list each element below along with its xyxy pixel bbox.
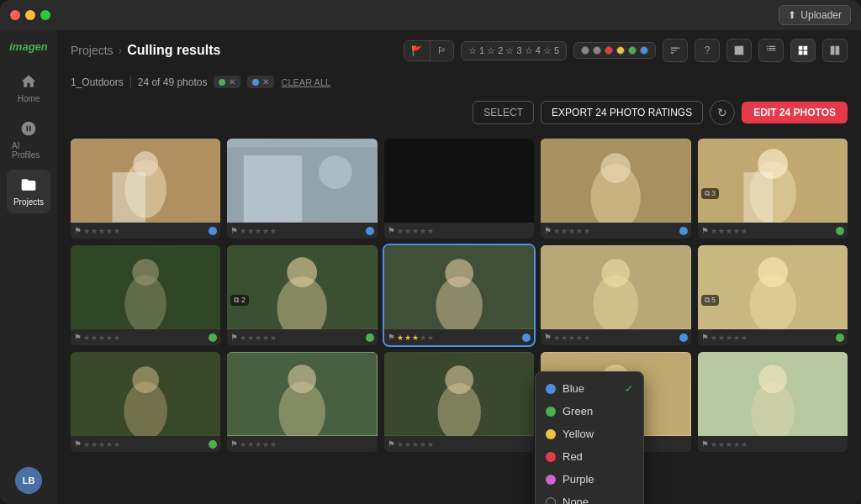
photo-thumbnail [384, 245, 534, 329]
svg-point-48 [758, 365, 787, 393]
photo-card-selected[interactable]: ⚑ ★★★★★ [384, 245, 534, 345]
sidebar: imagen Home AI Profiles Projects [0, 30, 57, 504]
star-rating: ★★★★★ [397, 333, 434, 342]
flag-icon: ⚑ [701, 226, 709, 235]
photo-thumbnail [71, 352, 220, 436]
photo-card[interactable]: ⚑ ★★★★★ [227, 139, 377, 239]
close-button[interactable] [10, 10, 20, 20]
photo-footer: ⚑ ★★★★★ [227, 329, 377, 345]
photo-card[interactable]: ⚑ ★★★★★ [71, 245, 220, 345]
minimize-button[interactable] [25, 10, 35, 20]
breadcrumb-separator: › [119, 44, 123, 57]
dropdown-item-yellow[interactable]: Yellow [536, 423, 643, 445]
photo-badge: ⧉ 2 [230, 295, 249, 306]
dropdown-item-none[interactable]: None [536, 491, 643, 504]
photo-thumbnail [227, 139, 377, 223]
sidebar-item-label: AI Profiles [12, 141, 45, 160]
remove-blue-filter[interactable]: ✕ [262, 77, 269, 87]
clear-all-button[interactable]: CLEAR ALL [281, 77, 330, 87]
projects-icon [20, 176, 37, 195]
photo-footer: ⚑ ★★★★★ [71, 329, 220, 345]
svg-point-7 [319, 155, 352, 189]
refresh-button[interactable]: ↻ [710, 100, 735, 125]
dropdown-item-red[interactable]: Red [536, 445, 643, 468]
flag-icon: ⚑ [544, 226, 552, 235]
flag-icon: ⚑ [388, 439, 395, 449]
dropdown-item-blue[interactable]: Blue ✓ [536, 377, 643, 400]
photo-thumbnail [698, 352, 848, 436]
color-indicator [209, 227, 217, 235]
avatar-initials: LB [23, 475, 35, 486]
photo-card[interactable]: ⚑ ★★★★★ [698, 352, 848, 452]
color-filter-blue [640, 46, 648, 55]
main-layout: imagen Home AI Profiles Projects [0, 30, 861, 504]
svg-point-22 [288, 257, 318, 287]
sidebar-item-ai-profiles[interactable]: AI Profiles [7, 113, 50, 166]
bookmark-filter-btn[interactable]: 🏳 [430, 41, 453, 60]
photo-card[interactable]: ⚑ ★★★★★ [71, 352, 220, 452]
photo-card[interactable]: ⚑ ★★★★★ [541, 139, 690, 239]
sort-icon-btn[interactable] [663, 39, 688, 62]
maximize-button[interactable] [40, 10, 50, 20]
avatar[interactable]: LB [15, 467, 42, 494]
star-rating: ★★★★★ [710, 333, 747, 342]
color-indicator [209, 440, 217, 449]
photo-thumbnail [384, 139, 534, 223]
color-filter-red [605, 46, 613, 55]
sidebar-item-home[interactable]: Home [7, 66, 50, 110]
photo-card[interactable]: ⚑ ★★★★★ [541, 245, 690, 345]
photo-card[interactable]: ⧉ 2 ⚑ ★★★★★ [227, 245, 377, 345]
help-icon-btn[interactable]: ? [695, 39, 720, 62]
svg-point-11 [601, 153, 631, 183]
star-rating: ★★★★★ [710, 227, 747, 235]
folder-tag: 1_Outdoors [71, 76, 131, 88]
photo-footer: ⚑ ★★★★★ [384, 329, 534, 345]
color-filter[interactable] [573, 42, 656, 59]
active-filter-green: ✕ [214, 76, 240, 88]
photo-card[interactable]: ⧉ 5 ⚑ ★★★★★ [698, 245, 848, 345]
select-button[interactable]: SELECT [473, 101, 534, 124]
photo-thumbnail [71, 245, 220, 329]
ai-icon [20, 120, 37, 139]
dropdown-label-blue: Blue [563, 382, 584, 395]
svg-rect-8 [384, 139, 534, 222]
flag-filter-btn[interactable]: 🚩 [404, 41, 430, 60]
color-indicator [366, 333, 374, 342]
photo-card[interactable]: ⚑ ★★★★★ [384, 352, 534, 452]
color-indicator[interactable] [522, 333, 531, 342]
star-filter[interactable]: ☆ 1 ☆ 2 ☆ 3 ☆ 4 ☆ 5 [461, 41, 567, 60]
grid-view-btn[interactable] [790, 39, 816, 62]
green-dot [546, 407, 556, 417]
svg-rect-15 [743, 172, 773, 222]
single-view-btn[interactable] [726, 39, 752, 62]
dropdown-item-purple[interactable]: Purple [536, 468, 643, 491]
list-view-btn[interactable] [758, 39, 784, 62]
flag-icon: ⚑ [388, 226, 395, 235]
uploader-button[interactable]: ⬆ Uploader [779, 5, 851, 25]
sidebar-item-projects[interactable]: Projects [7, 170, 50, 213]
edit-button[interactable]: EDIT 24 PHOTOS [742, 102, 848, 123]
flag-icon: ⚑ [74, 226, 82, 235]
photo-card[interactable]: ⚑ ★★★★★ [384, 139, 534, 239]
action-bar: SELECT EXPORT 24 PHOTO RATINGS ↻ EDIT 24… [57, 93, 861, 132]
compare-view-btn[interactable] [822, 39, 848, 62]
star-filter-label: ☆ 1 ☆ 2 ☆ 3 ☆ 4 ☆ 5 [468, 45, 559, 56]
color-filter-green [628, 46, 637, 55]
svg-point-41 [445, 365, 473, 394]
color-indicator [679, 227, 688, 235]
star-rating: ★★★★★ [83, 333, 120, 342]
remove-green-filter[interactable]: ✕ [229, 77, 235, 87]
flag-icon: ⚑ [544, 333, 552, 342]
photo-card[interactable]: ⧉ 3 ⚑ ★★★★★ [698, 139, 848, 239]
breadcrumb-parent[interactable]: Projects [71, 44, 114, 57]
photo-card[interactable]: ⚑ ★★★★★ [227, 352, 377, 452]
flag-icon: ⚑ [701, 333, 709, 342]
color-indicator [836, 333, 844, 342]
photo-card[interactable]: ⚑ ★★★★★ [71, 139, 220, 239]
top-bar-right: 🚩 🏳 ☆ 1 ☆ 2 ☆ 3 ☆ 4 ☆ 5 [404, 39, 848, 62]
photo-badge: ⧉ 3 [701, 188, 720, 199]
export-button[interactable]: EXPORT 24 PHOTO RATINGS [541, 101, 703, 124]
photo-footer: ⚑ ★★★★★ [384, 223, 534, 239]
blue-dot [546, 384, 556, 394]
dropdown-item-green[interactable]: Green [536, 400, 643, 423]
